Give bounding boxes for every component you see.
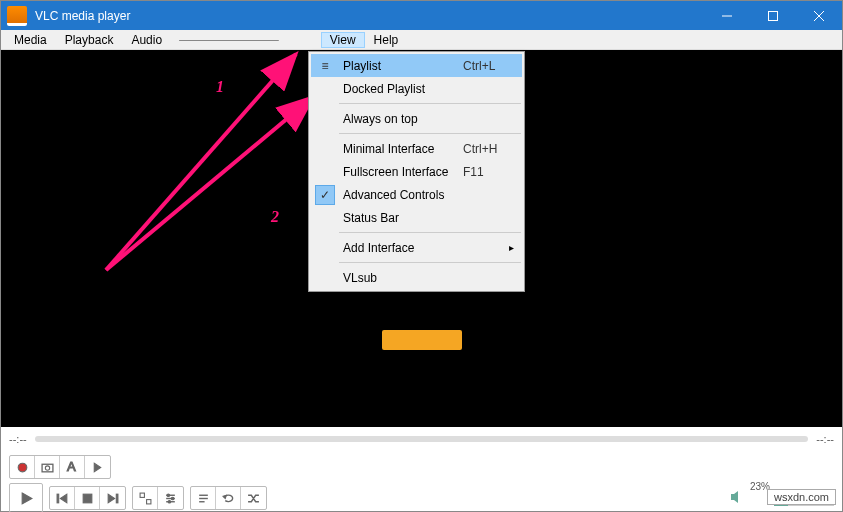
menubar: Media Playback Audio View Help xyxy=(1,30,842,50)
view-dropdown: ≡ Playlist Ctrl+L Docked Playlist Always… xyxy=(308,51,525,292)
fullscreen-button[interactable] xyxy=(133,487,158,509)
menu-help[interactable]: Help xyxy=(365,32,408,48)
controls: A B 23% xyxy=(1,451,842,511)
svg-marker-29 xyxy=(223,495,226,498)
app-window: VLC media player Media Playback Audio Vi… xyxy=(0,0,843,512)
svg-point-7 xyxy=(18,463,27,472)
svg-rect-13 xyxy=(57,494,59,503)
seek-bar: --:-- --:-- xyxy=(1,427,842,451)
svg-line-6 xyxy=(106,97,313,270)
minimize-button[interactable] xyxy=(704,1,750,30)
previous-button[interactable] xyxy=(50,487,75,509)
svg-point-9 xyxy=(45,465,49,469)
svg-line-5 xyxy=(106,54,296,270)
svg-rect-1 xyxy=(769,11,778,20)
total-time: --:-- xyxy=(816,433,834,445)
show-playlist-button[interactable] xyxy=(191,487,216,509)
elapsed-time: --:-- xyxy=(9,433,27,445)
vlc-cone-icon xyxy=(7,6,27,26)
playlist-icon: ≡ xyxy=(315,59,335,73)
menu-item-playlist[interactable]: ≡ Playlist Ctrl+L xyxy=(311,54,522,77)
menu-audio[interactable]: Audio xyxy=(122,32,171,48)
menu-media[interactable]: Media xyxy=(5,32,56,48)
svg-rect-17 xyxy=(116,494,118,503)
menu-item-minimal-interface[interactable]: Minimal Interface Ctrl+H xyxy=(311,137,522,160)
maximize-button[interactable] xyxy=(750,1,796,30)
svg-text:A B: A B xyxy=(67,461,79,474)
annotation-1: 1 xyxy=(216,78,224,96)
checkmark-icon xyxy=(315,185,335,205)
svg-marker-12 xyxy=(22,493,32,504)
next-button[interactable] xyxy=(100,487,125,509)
vlc-logo-pedestal xyxy=(382,330,462,350)
svg-rect-15 xyxy=(83,494,92,503)
menu-view[interactable]: View xyxy=(321,32,365,48)
menu-item-docked-playlist[interactable]: Docked Playlist xyxy=(311,77,522,100)
menu-item-always-on-top[interactable]: Always on top xyxy=(311,107,522,130)
watermark: wsxdn.com xyxy=(767,489,836,505)
seek-slider[interactable] xyxy=(35,436,809,442)
svg-point-25 xyxy=(168,500,171,503)
svg-point-23 xyxy=(167,493,170,496)
svg-marker-11 xyxy=(94,463,101,472)
play-button[interactable] xyxy=(10,484,42,512)
menu-playback[interactable]: Playback xyxy=(56,32,123,48)
loop-ab-button[interactable]: A B xyxy=(60,456,85,478)
frame-step-button[interactable] xyxy=(85,456,110,478)
menu-separator xyxy=(339,103,521,104)
menu-separator xyxy=(339,262,521,263)
snapshot-button[interactable] xyxy=(35,456,60,478)
svg-marker-14 xyxy=(60,494,67,503)
menu-item-add-interface[interactable]: Add Interface xyxy=(311,236,522,259)
menu-item-vlsub[interactable]: VLsub xyxy=(311,266,522,289)
close-button[interactable] xyxy=(796,1,842,30)
svg-rect-18 xyxy=(140,493,144,497)
record-button[interactable] xyxy=(10,456,35,478)
menu-item-fullscreen-interface[interactable]: Fullscreen Interface F11 xyxy=(311,160,522,183)
menu-item-advanced-controls[interactable]: Advanced Controls xyxy=(311,183,522,206)
svg-marker-16 xyxy=(108,494,115,503)
loop-button[interactable] xyxy=(216,487,241,509)
menu-separator xyxy=(339,232,521,233)
obscured-menu-items xyxy=(179,33,279,47)
svg-point-24 xyxy=(171,497,174,500)
titlebar: VLC media player xyxy=(1,1,842,30)
svg-rect-19 xyxy=(146,499,150,503)
extended-settings-button[interactable] xyxy=(158,487,183,509)
stop-button[interactable] xyxy=(75,487,100,509)
menu-separator xyxy=(339,133,521,134)
annotation-2: 2 xyxy=(271,208,279,226)
svg-marker-30 xyxy=(731,491,738,503)
window-title: VLC media player xyxy=(33,9,704,23)
shuffle-button[interactable] xyxy=(241,487,266,509)
mute-button[interactable] xyxy=(730,490,746,507)
menu-item-status-bar[interactable]: Status Bar xyxy=(311,206,522,229)
